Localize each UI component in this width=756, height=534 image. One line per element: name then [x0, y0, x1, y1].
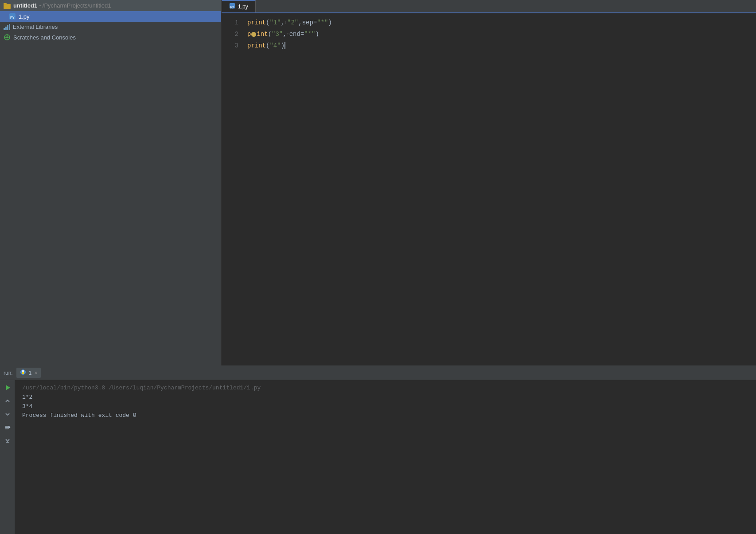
console-finish-line: Process finished with exit code 0	[22, 411, 749, 420]
scroll-down-button[interactable]	[2, 408, 13, 420]
code-line-3: print("4")	[247, 40, 752, 51]
sidebar: untitled1 ~/PycharmProjects/untitled1 py…	[0, 0, 222, 365]
scroll-to-end-button[interactable]	[2, 435, 13, 447]
editor-tab-bar: py 1.py	[222, 0, 756, 13]
svg-text:py: py	[230, 5, 234, 8]
scroll-up-button[interactable]	[2, 395, 13, 407]
line-number-3: 3	[225, 40, 238, 51]
console-command-line: /usr/local/bin/python3.8 /Users/luqian/P…	[22, 384, 749, 393]
sidebar-item-external-libraries[interactable]: External Libraries	[0, 22, 221, 32]
file-name: 1.py	[19, 13, 30, 20]
tab-file-icon: py	[229, 3, 235, 11]
svg-marker-10	[6, 385, 10, 390]
console-output-line1: 1*2	[22, 393, 749, 402]
project-name: untitled1	[13, 2, 37, 9]
run-tab-number: 1	[29, 370, 32, 376]
folder-icon	[4, 3, 11, 9]
run-tab-1[interactable]: 1 ×	[16, 368, 41, 378]
sidebar-item-file-1py[interactable]: py 1.py	[0, 11, 221, 22]
sidebar-item-scratches[interactable]: Scratches and Consoles	[0, 32, 221, 43]
line-number-2: 2	[225, 28, 238, 40]
run-button[interactable]	[2, 382, 13, 393]
wrap-output-button[interactable]	[2, 422, 13, 433]
code-editor[interactable]: print("1",↑"2", sep="*") pint("3",↑end="…	[244, 17, 756, 362]
scratches-icon	[4, 34, 11, 41]
run-panel: run: 1 ×	[0, 365, 756, 534]
run-label: run:	[4, 370, 13, 376]
run-tab-bar: run: 1 ×	[0, 366, 756, 380]
line-number-1: 1	[225, 17, 238, 28]
editor-content[interactable]: 1 2 3 print("1",↑"2", sep="*") pint("3",…	[222, 13, 756, 365]
panel-toolbar	[0, 380, 15, 534]
tab-label: 1.py	[238, 4, 248, 10]
editor-tab-1py[interactable]: py 1.py	[222, 0, 256, 12]
bar-chart-icon	[4, 24, 10, 30]
editor-area: py 1.py 1 2 3 print("1",↑"2", sep="*")	[222, 0, 756, 365]
external-libraries-label: External Libraries	[13, 24, 58, 30]
sidebar-project-root[interactable]: untitled1 ~/PycharmProjects/untitled1	[0, 0, 221, 11]
console-output: /usr/local/bin/python3.8 /Users/luqian/P…	[15, 380, 756, 534]
line-numbers: 1 2 3	[222, 17, 244, 362]
python-run-icon	[20, 369, 26, 377]
code-line-1: print("1",↑"2", sep="*")	[247, 17, 752, 28]
panel-body: /usr/local/bin/python3.8 /Users/luqian/P…	[0, 380, 756, 534]
svg-text:py: py	[10, 15, 15, 19]
scratches-label: Scratches and Consoles	[13, 34, 76, 41]
console-output-line2: 3*4	[22, 402, 749, 412]
run-tab-close[interactable]: ×	[34, 370, 37, 376]
code-line-2: pint("3",↑end="*")	[247, 28, 752, 40]
svg-point-6	[6, 36, 8, 38]
project-path: ~/PycharmProjects/untitled1	[39, 2, 111, 9]
python-file-icon: py	[9, 13, 16, 20]
